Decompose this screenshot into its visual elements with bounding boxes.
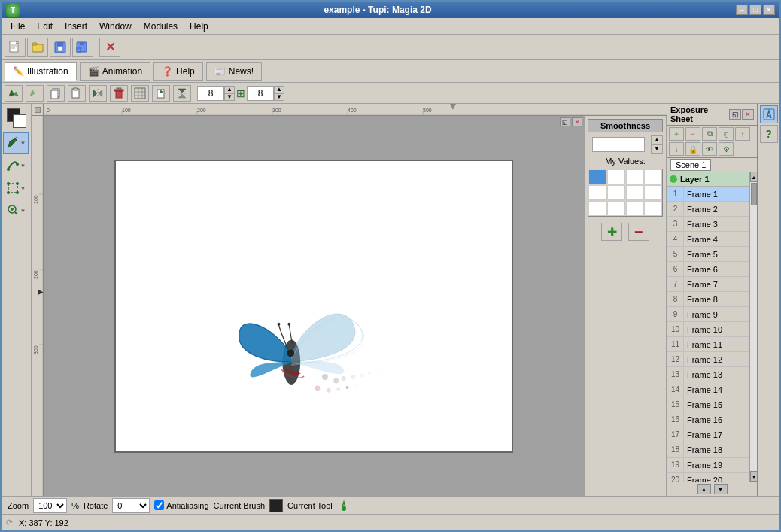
maximize-button[interactable]: □ [749, 5, 761, 15]
scroll-thumb[interactable] [751, 183, 757, 205]
color-cell-11[interactable] [644, 201, 662, 216]
color-cell-9[interactable] [607, 201, 625, 216]
close-file-button[interactable]: ✕ [99, 38, 120, 57]
zoom-dropdown-arrow[interactable]: ▼ [20, 208, 26, 214]
color-cell-4[interactable] [588, 185, 606, 200]
frame-row[interactable]: 1 Frame 1 [667, 187, 749, 202]
layer-down[interactable] [224, 93, 235, 101]
exp-down[interactable]: ↓ [669, 142, 684, 156]
frame-row[interactable]: 6 Frame 6 [667, 262, 749, 277]
frame-row[interactable]: 16 Frame 16 [667, 412, 749, 427]
pen-tool-btn[interactable]: ▼ [3, 132, 29, 154]
rotate-select[interactable]: 0 90 180 270 [112, 498, 150, 513]
menu-modules[interactable]: Modules [138, 20, 184, 33]
pen-dropdown-arrow[interactable]: ▼ [20, 140, 26, 147]
exp-remove-layer[interactable]: － [685, 127, 700, 141]
frame-row[interactable]: 7 Frame 7 [667, 277, 749, 292]
frame-row[interactable]: 14 Frame 14 [667, 382, 749, 397]
save-button[interactable] [50, 38, 71, 57]
exp-lock[interactable]: 🔒 [685, 142, 700, 156]
frame-up[interactable] [274, 86, 284, 93]
frame-input[interactable]: 8 [247, 86, 274, 101]
color-cell-10[interactable] [626, 201, 644, 216]
pencil-opt2[interactable] [26, 85, 44, 102]
layer-up[interactable] [224, 86, 235, 93]
frame-row[interactable]: 15 Frame 15 [667, 397, 749, 412]
frame-row[interactable]: 4 Frame 4 [667, 232, 749, 247]
polyline-tool-btn[interactable]: ▼ [3, 155, 29, 176]
flip-v-opt[interactable] [173, 85, 191, 102]
grid-opt[interactable] [131, 85, 149, 102]
exp-add-layer[interactable]: ＋ [669, 127, 684, 141]
frame-row[interactable]: 18 Frame 18 [667, 442, 749, 458]
exp-paste-layer[interactable]: ⎗ [719, 127, 734, 141]
frame-row[interactable]: 11 Frame 11 [667, 337, 749, 352]
canvas-float-btn[interactable]: ◱ [560, 117, 570, 126]
color-cell-7[interactable] [644, 185, 662, 200]
frame-row[interactable]: 5 Frame 5 [667, 247, 749, 262]
color-cell-2[interactable] [626, 169, 644, 184]
select-tool-btn[interactable]: ▼ [3, 178, 29, 199]
scroll-down-btn[interactable]: ▼ [750, 471, 757, 482]
delete-brush-btn[interactable]: ━ [628, 223, 649, 241]
delete-opt[interactable] [110, 85, 128, 102]
layer-input[interactable]: 8 [197, 86, 224, 101]
exp-up[interactable]: ↑ [735, 127, 750, 141]
zoom-tool-btn[interactable]: ▼ [3, 200, 29, 221]
exp-copy-layer[interactable]: ⧉ [702, 127, 717, 141]
open-button[interactable] [27, 38, 48, 57]
exp-view[interactable]: 👁 [702, 142, 717, 156]
add-brush-btn[interactable]: ✚ [601, 223, 622, 241]
drawing-area[interactable]: ◱ ✕ [44, 116, 584, 496]
layer-spinbox[interactable]: 8 [197, 86, 235, 101]
frame-row[interactable]: 8 Frame 8 [667, 292, 749, 307]
smoothness-input[interactable]: 4.00 [592, 137, 645, 152]
bg-color-swatch[interactable] [13, 114, 26, 128]
tab-help[interactable]: ❓ Help [153, 62, 203, 81]
tab-illustration[interactable]: ✏️ Illustration [5, 62, 77, 81]
paste-opt[interactable] [68, 85, 86, 102]
frame-row[interactable]: 3 Frame 3 [667, 217, 749, 232]
antialiasing-check[interactable]: Antialiasing [154, 500, 208, 510]
copy-opt[interactable] [47, 85, 65, 102]
new-button[interactable] [5, 38, 26, 57]
paint-bucket-tool-btn[interactable] [760, 105, 778, 123]
copy2-opt[interactable] [152, 85, 170, 102]
frame-row[interactable]: 20 Frame 20 [667, 473, 749, 482]
frame-row[interactable]: 9 Frame 9 [667, 307, 749, 322]
flip-h-opt[interactable] [89, 85, 107, 102]
polyline-dropdown-arrow[interactable]: ▼ [20, 163, 26, 169]
exp-scroll-down-btn[interactable]: ▼ [714, 484, 728, 494]
frame-down[interactable] [274, 93, 284, 101]
exp-close-btn[interactable]: ✕ [742, 109, 754, 120]
exp-scroll-up-btn[interactable]: ▲ [697, 484, 711, 494]
color-cell-3[interactable] [644, 169, 662, 184]
frame-scrollbar[interactable]: ▲ ▼ [749, 172, 757, 482]
frame-row[interactable]: 2 Frame 2 [667, 202, 749, 217]
menu-insert[interactable]: Insert [59, 20, 93, 33]
canvas-close-btn[interactable]: ✕ [572, 117, 582, 126]
frame-row[interactable]: 19 Frame 19 [667, 458, 749, 473]
antialiasing-checkbox[interactable] [154, 500, 164, 510]
menu-file[interactable]: File [5, 20, 31, 33]
exp-settings[interactable]: ⚙ [719, 142, 734, 156]
smoothness-up[interactable] [651, 135, 663, 144]
menu-edit[interactable]: Edit [31, 20, 59, 33]
frame-row[interactable]: 12 Frame 12 [667, 352, 749, 367]
frame-row[interactable]: 10 Frame 10 [667, 322, 749, 337]
color-cell-1[interactable] [607, 169, 625, 184]
smoothness-down[interactable] [651, 144, 663, 154]
drawing-canvas[interactable] [114, 160, 513, 453]
select-dropdown-arrow[interactable]: ▼ [20, 185, 26, 192]
frame-spinbox[interactable]: 8 [247, 86, 284, 101]
scroll-up-btn[interactable]: ▲ [750, 172, 757, 182]
save-as-button[interactable] [72, 38, 93, 57]
color-cell-0[interactable] [588, 169, 606, 184]
color-cell-6[interactable] [626, 185, 644, 200]
exp-float-btn[interactable]: ◱ [729, 109, 741, 120]
question-tool-btn[interactable]: ? [760, 125, 778, 143]
frame-row[interactable]: 13 Frame 13 [667, 367, 749, 382]
minimize-button[interactable]: ─ [736, 5, 748, 15]
scene-1-tab[interactable]: Scene 1 [670, 159, 711, 171]
menu-window[interactable]: Window [93, 20, 138, 33]
